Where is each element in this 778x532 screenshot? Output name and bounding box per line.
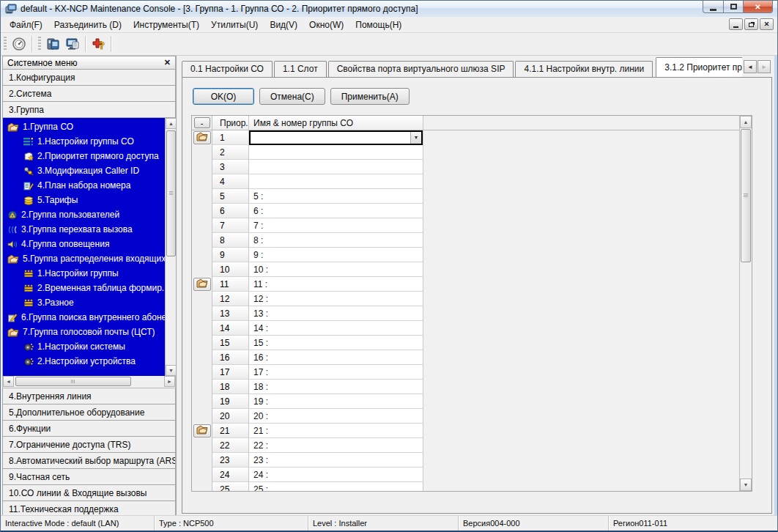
name-cell[interactable]: [249, 174, 423, 189]
name-cell[interactable]: 25 :: [249, 482, 423, 491]
sidebar-section-2[interactable]: 2.Система: [2, 85, 176, 102]
tab-2[interactable]: 1.1 Слот: [274, 61, 327, 77]
name-cell[interactable]: 9 :: [249, 248, 423, 262]
mdi-close-button[interactable]: ✕: [760, 18, 774, 30]
sidebar-section-bottom-7[interactable]: 10.СО линии & Входящие вызовы: [2, 484, 176, 501]
priority-cell: 18: [212, 380, 249, 394]
dropdown-arrow-icon[interactable]: ▼: [410, 132, 421, 144]
sidebar-section-bottom-1[interactable]: 4.Внутренняя линия: [2, 388, 176, 404]
name-cell[interactable]: 23 :: [249, 453, 423, 468]
tree-item-15[interactable]: 7.Группа голосовой почты (ЦСТ): [3, 325, 165, 339]
name-cell[interactable]: 5 :: [249, 189, 423, 204]
scroll-down-icon[interactable]: ▼: [740, 479, 752, 491]
co-group-dropdown[interactable]: ▼: [249, 130, 423, 145]
name-cell[interactable]: 12 :: [249, 292, 423, 306]
name-cell[interactable]: 6 :: [249, 204, 423, 218]
scroll-down-icon[interactable]: ▼: [166, 365, 176, 376]
menu-item-2[interactable]: Разъединить (D): [48, 18, 127, 32]
cancel-button[interactable]: Отмена(C): [259, 88, 325, 105]
menu-item-3[interactable]: Инструменты(Т): [127, 18, 205, 32]
name-cell[interactable]: 13 :: [249, 306, 423, 321]
tree-item-3[interactable]: 2.Приоритет прямого доступа: [3, 149, 165, 163]
sidebar-section-bottom-3[interactable]: 6.Функции: [2, 420, 176, 437]
scroll-up-icon[interactable]: ▲: [166, 118, 176, 129]
menu-item-7[interactable]: Помощь(Н): [349, 18, 407, 32]
tab-scroll-left-button[interactable]: ◄: [744, 60, 757, 73]
minimize-button[interactable]: [703, 1, 724, 13]
scroll-right-icon[interactable]: ►: [164, 376, 175, 387]
table-vertical-scrollbar[interactable]: ▲ ▼: [739, 116, 752, 491]
sidebar-section-1[interactable]: 1.Конфигурация: [2, 69, 176, 86]
menu-item-5[interactable]: Вид(V): [264, 18, 303, 32]
tree-item-11[interactable]: 1.Настройки группы: [3, 266, 165, 281]
sidebar-close-icon[interactable]: ✕: [164, 58, 171, 67]
menu-item-1[interactable]: Файл(F): [4, 18, 48, 32]
sidebar-section-3[interactable]: 3.Группа: [2, 101, 176, 118]
mdi-restore-button[interactable]: [744, 18, 758, 30]
name-cell[interactable]: [249, 160, 423, 174]
mdi-minimize-button[interactable]: [729, 18, 743, 30]
sidebar-section-bottom-2[interactable]: 5.Дополнительное оборудование: [2, 404, 176, 421]
name-cell[interactable]: 8 :: [249, 233, 423, 248]
name-cell[interactable]: 22 :: [249, 438, 423, 453]
tree-item-2[interactable]: 1.Настройки группы СО: [3, 134, 165, 149]
ok-button[interactable]: OK(O): [193, 88, 254, 105]
tree-item-12[interactable]: 2.Временная таблица формир. оч: [3, 281, 165, 295]
tree-horizontal-scrollbar[interactable]: ◄ ►: [2, 376, 176, 388]
table-row: 4: [192, 174, 739, 189]
tree-item-5[interactable]: 4.План набора номера: [3, 178, 165, 193]
pc-transfer-button[interactable]: [63, 34, 82, 53]
tree-hscrollbar-thumb[interactable]: [15, 377, 131, 386]
tab-scroll-right-button[interactable]: ►: [757, 60, 771, 73]
collapse-all-button[interactable]: -: [194, 117, 210, 128]
apply-button[interactable]: Применить(A): [330, 88, 410, 105]
menu-item-6[interactable]: Окно(W): [303, 18, 349, 32]
tree-item-8[interactable]: 3.Группа перехвата вызова: [3, 222, 165, 237]
tree-item-1[interactable]: 1.Группа СО: [3, 119, 165, 134]
name-cell[interactable]: 24 :: [249, 468, 423, 482]
name-cell[interactable]: 11 :: [249, 277, 423, 292]
name-cell[interactable]: [249, 145, 423, 160]
name-cell[interactable]: 21 :: [249, 424, 423, 438]
device-save-button[interactable]: [44, 34, 63, 53]
scroll-up-icon[interactable]: ▲: [740, 116, 752, 128]
group-folder-button[interactable]: [193, 424, 211, 437]
tree-scrollbar-thumb[interactable]: [166, 130, 176, 256]
tab-1[interactable]: 0.1 Настройки СО: [182, 61, 273, 77]
help-button[interactable]: ?: [89, 34, 108, 53]
sidebar-section-bottom-6[interactable]: 9.Частная сеть: [2, 468, 176, 485]
name-cell[interactable]: 16 :: [249, 350, 423, 365]
tab-3[interactable]: Свойства порта виртуального шлюза SIP: [328, 61, 514, 77]
close-button[interactable]: ✕: [743, 1, 773, 13]
menu-item-4[interactable]: Утилиты(U): [205, 18, 264, 32]
name-cell[interactable]: 19 :: [249, 394, 423, 409]
tree-item-6[interactable]: 5.Тарифы: [3, 193, 165, 207]
name-cell[interactable]: 18 :: [249, 380, 423, 394]
name-cell[interactable]: 15 :: [249, 336, 423, 350]
name-cell[interactable]: ▼: [249, 130, 423, 145]
tree-item-10[interactable]: 5.Группа распределения входящих вы: [3, 251, 165, 266]
maximize-button[interactable]: [723, 1, 744, 13]
group-folder-button[interactable]: [193, 131, 211, 144]
name-cell[interactable]: 14 :: [249, 321, 423, 336]
tree-vertical-scrollbar[interactable]: ▲ ▼: [165, 118, 176, 376]
sidebar-section-bottom-4[interactable]: 7.Ограничение доступа (TRS): [2, 436, 176, 453]
name-cell[interactable]: 17 :: [249, 365, 423, 380]
tree-item-13[interactable]: 3.Разное: [3, 295, 165, 310]
name-cell[interactable]: 10 :: [249, 262, 423, 277]
tree-item-14[interactable]: 6.Группа поиска внутреннего абонент: [3, 310, 165, 325]
tree-item-7[interactable]: 2.Группа пользователей: [3, 207, 165, 222]
connection-gauge-button[interactable]: [10, 34, 29, 53]
name-cell[interactable]: 20 :: [249, 409, 423, 424]
tree-item-4[interactable]: 3.Модификация Caller ID: [3, 163, 165, 178]
name-cell[interactable]: 7 :: [249, 218, 423, 233]
tree-item-9[interactable]: 4.Группа оповещения: [3, 237, 165, 251]
scroll-left-icon[interactable]: ◄: [3, 376, 14, 387]
tab-5[interactable]: 3.1.2 Приоритет прямого доступа: [656, 57, 742, 77]
table-scrollbar-thumb[interactable]: [741, 129, 751, 262]
tree-item-16[interactable]: 1.Настройки системы: [3, 339, 165, 354]
tab-4[interactable]: 4.1.1 Настройки внутр. линии: [515, 61, 653, 77]
group-folder-button[interactable]: [193, 278, 211, 291]
sidebar-section-bottom-5[interactable]: 8.Автоматический выбор маршрута (ARS): [2, 452, 176, 469]
tree-item-17[interactable]: 2.Настройки устройства: [3, 354, 165, 369]
